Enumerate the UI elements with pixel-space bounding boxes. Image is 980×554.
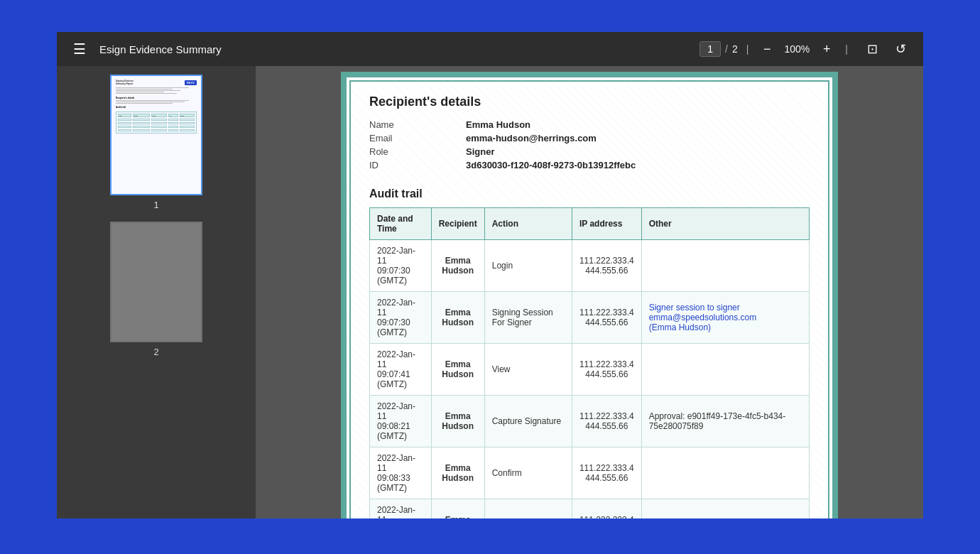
field-value-email: emma-hudson@herrings.com [466,133,810,143]
pdf-viewer[interactable]: Recipient's details Name Emma Hudson Ema… [256,66,923,518]
rotate-icon: ↺ [895,41,906,57]
col-header-action: Action [484,208,572,240]
ip-cell: 111.222.333.4444.555.66 [572,344,641,396]
document-title: Esign Evidence Summary [99,43,691,55]
table-row: 2022-Jan-1109:08:33(GMTZ) EmmaHudson Con… [370,447,810,499]
thumbnail-box-2 [110,222,202,342]
field-value-name: Emma Hudson [466,119,810,130]
date-cell: 2022-Jan-1109:07:30(GMTZ) [370,292,432,344]
date-cell: 2022-Jan-1109:08:21(GMTZ) [370,396,432,447]
page-thumbnail-1[interactable]: Signing EvidenceSummary Report REVV Reci… [65,75,247,210]
table-row: 2022-Jan-1109:07:41(GMTZ) EmmaHudson Vie… [370,344,810,396]
audit-table: Date and Time Recipient Action IP addres… [369,207,810,518]
table-row: 2022-Jan-1109:07:30(GMTZ) EmmaHudson Log… [370,240,810,292]
fit-icon: ⊡ [867,41,878,57]
main-container: Signing EvidenceSummary Report REVV Reci… [57,66,923,518]
col-header-recipient: Recipient [431,208,484,240]
field-value-role: Signer [466,146,810,157]
pdf-content: Recipient's details Name Emma Hudson Ema… [369,94,810,518]
other-cell [641,344,809,396]
recipient-cell: EmmaHudson [431,240,484,292]
action-cell: Capture Signature [484,396,572,447]
col-header-ip: IP address [572,208,641,240]
recipient-cell: EmmaHudson [431,499,484,519]
sidebar: Signing EvidenceSummary Report REVV Reci… [57,66,256,518]
recipient-details-title: Recipient's details [369,94,810,109]
rotate-button[interactable]: ↺ [889,38,912,60]
action-cell: Confirm [484,447,572,499]
recipient-cell: EmmaHudson [431,292,484,344]
recipient-grid: Name Emma Hudson Email emma-hudson@herri… [369,119,810,170]
other-cell [641,240,809,292]
hamburger-icon: ☰ [73,40,86,58]
field-label-role: Role [369,146,454,157]
recipient-cell: EmmaHudson [431,396,484,447]
other-cell [641,499,809,519]
action-cell: View [484,499,572,519]
table-row: 2022-Jan-1109:08:35(GMTZ) EmmaHudson Vie… [370,499,810,519]
action-cell: View [484,344,572,396]
col-header-other: Other [641,208,809,240]
other-cell: Signer session to signeremma@speedsoluti… [641,292,809,344]
other-cell [641,447,809,499]
page-separator: / [725,43,728,55]
zoom-value: 100% [781,43,812,55]
page-number-input[interactable] [699,41,721,57]
other-cell: Approval: e901ff49-173e-4fc5-b434-75e280… [641,396,809,447]
field-value-id: 3d630030-f120-408f-9273-0b13912ffebc [466,160,810,170]
field-label-email: Email [369,133,454,143]
date-cell: 2022-Jan-1109:08:33(GMTZ) [370,447,432,499]
thumbnail-box-1: Signing EvidenceSummary Report REVV Reci… [110,75,202,195]
ip-cell: 111.222.333.4444.555.66 [572,292,641,344]
page-controls: / 2 | − 100% + | [699,39,852,59]
recipient-cell: EmmaHudson [431,447,484,499]
date-cell: 2022-Jan-1109:07:30(GMTZ) [370,240,432,292]
field-label-name: Name [369,119,454,130]
pdf-page: Recipient's details Name Emma Hudson Ema… [341,72,838,518]
col-header-date: Date and Time [370,208,432,240]
audit-trail-title: Audit trail [369,188,810,200]
page-thumbnail-2[interactable]: 2 [65,222,247,357]
page-2-label: 2 [153,347,158,357]
date-cell: 2022-Jan-1109:07:41(GMTZ) [370,344,432,396]
ip-cell: 111.222.333.4444.555.66 [572,499,641,519]
action-cell: Signing Session For Signer [484,292,572,344]
field-label-id: ID [369,160,454,170]
ip-cell: 111.222.333.4444.555.66 [572,447,641,499]
page-total: 2 [732,43,738,55]
ip-cell: 111.222.333.4444.555.66 [572,240,641,292]
table-row: 2022-Jan-1109:08:21(GMTZ) EmmaHudson Cap… [370,396,810,447]
fit-page-button[interactable]: ⊡ [861,38,883,60]
table-row: 2022-Jan-1109:07:30(GMTZ) EmmaHudson Sig… [370,292,810,344]
action-cell: Login [484,240,572,292]
toolbar-icons: ⊡ ↺ [861,38,912,60]
other-link: Signer session to signeremma@speedsoluti… [649,303,757,332]
zoom-out-button[interactable]: − [757,39,777,59]
menu-button[interactable]: ☰ [68,38,91,60]
date-cell: 2022-Jan-1109:08:35(GMTZ) [370,499,432,519]
page-1-label: 1 [153,200,158,210]
ip-cell: 111.222.333.4444.555.66 [572,396,641,447]
recipient-cell: EmmaHudson [431,344,484,396]
toolbar: ☰ Esign Evidence Summary / 2 | − 100% + … [57,32,923,66]
zoom-in-button[interactable]: + [817,39,837,59]
